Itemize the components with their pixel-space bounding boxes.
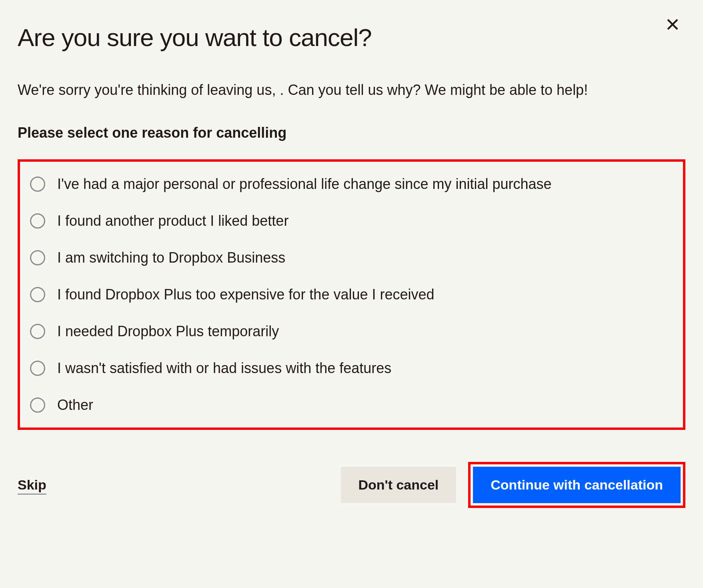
footer-actions: Don't cancel Continue with cancellation (341, 462, 686, 508)
reason-option-found-another[interactable]: I found another product I liked better (30, 213, 673, 229)
reason-option-other[interactable]: Other (30, 397, 673, 413)
radio-icon (30, 213, 45, 229)
radio-icon (30, 177, 45, 192)
reason-label: I've had a major personal or professiona… (57, 176, 552, 193)
continue-highlight: Continue with cancellation (468, 462, 685, 508)
dialog-subtitle: We're sorry you're thinking of leaving u… (18, 80, 658, 100)
skip-button[interactable]: Skip (18, 477, 46, 493)
close-icon (665, 17, 680, 32)
reason-prompt-label: Please select one reason for cancelling (18, 124, 685, 141)
reason-label: Other (57, 397, 93, 413)
radio-icon (30, 250, 45, 265)
reason-label: I am switching to Dropbox Business (57, 249, 285, 266)
radio-icon (30, 361, 45, 376)
dialog-title: Are you sure you want to cancel? (18, 23, 685, 52)
dont-cancel-button[interactable]: Don't cancel (341, 467, 457, 503)
reason-label: I wasn't satisfied with or had issues wi… (57, 360, 391, 377)
radio-icon (30, 324, 45, 339)
reasons-list: I've had a major personal or professiona… (18, 159, 685, 430)
reason-option-life-change[interactable]: I've had a major personal or professiona… (30, 176, 673, 193)
close-button[interactable] (662, 14, 683, 36)
reason-label: I found Dropbox Plus too expensive for t… (57, 286, 435, 303)
reason-label: I needed Dropbox Plus temporarily (57, 323, 279, 340)
reason-option-switch-business[interactable]: I am switching to Dropbox Business (30, 249, 673, 266)
reason-option-not-satisfied[interactable]: I wasn't satisfied with or had issues wi… (30, 360, 673, 377)
reason-option-temporary[interactable]: I needed Dropbox Plus temporarily (30, 323, 673, 340)
reason-option-too-expensive[interactable]: I found Dropbox Plus too expensive for t… (30, 286, 673, 303)
radio-icon (30, 287, 45, 302)
reason-label: I found another product I liked better (57, 213, 288, 229)
continue-cancellation-button[interactable]: Continue with cancellation (473, 467, 681, 503)
dialog-footer: Skip Don't cancel Continue with cancella… (18, 462, 685, 508)
radio-icon (30, 397, 45, 413)
